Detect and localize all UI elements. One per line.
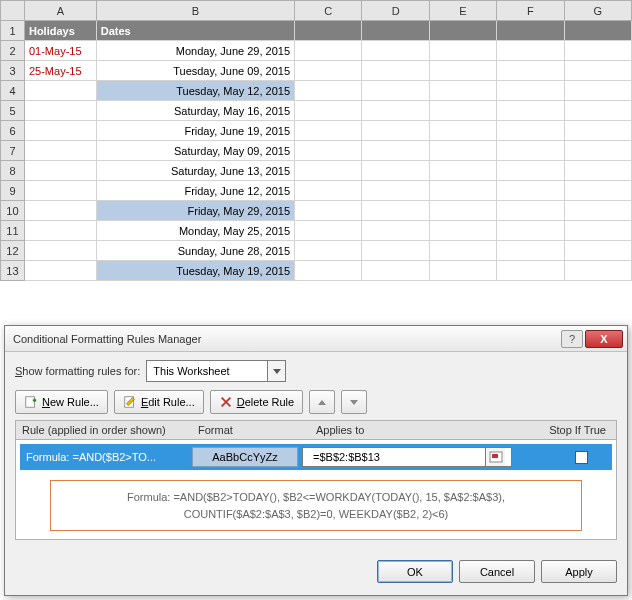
svg-rect-3 <box>492 454 498 458</box>
col-header[interactable]: E <box>429 1 496 21</box>
row-header[interactable]: 10 <box>1 201 25 221</box>
cell[interactable]: Monday, June 29, 2015 <box>96 41 294 61</box>
cell[interactable]: Friday, June 19, 2015 <box>96 121 294 141</box>
cell[interactable]: Dates <box>96 21 294 41</box>
apply-button[interactable]: Apply <box>541 560 617 583</box>
svg-rect-0 <box>26 397 35 408</box>
select-all-corner[interactable] <box>1 1 25 21</box>
scope-dropdown[interactable]: This Worksheet <box>146 360 286 382</box>
cancel-button[interactable]: Cancel <box>459 560 535 583</box>
cell[interactable]: Sunday, June 28, 2015 <box>96 241 294 261</box>
cell[interactable] <box>24 81 96 101</box>
close-button[interactable]: X <box>585 330 623 348</box>
rules-header: Rule (applied in order shown) Format App… <box>15 420 617 440</box>
col-header[interactable]: B <box>96 1 294 21</box>
col-header[interactable]: C <box>295 1 362 21</box>
row-header[interactable]: 6 <box>1 121 25 141</box>
row-header[interactable]: 3 <box>1 61 25 81</box>
row-header[interactable]: 1 <box>1 21 25 41</box>
new-rule-button[interactable]: New Rule... <box>15 390 108 414</box>
col-header[interactable]: G <box>564 1 631 21</box>
row-header[interactable]: 7 <box>1 141 25 161</box>
dialog-title: Conditional Formatting Rules Manager <box>13 333 561 345</box>
cell[interactable]: Tuesday, May 12, 2015 <box>96 81 294 101</box>
scope-value: This Worksheet <box>147 365 267 377</box>
row-header[interactable]: 12 <box>1 241 25 261</box>
row-header[interactable]: 2 <box>1 41 25 61</box>
chevron-down-icon <box>267 361 285 381</box>
applies-to-input[interactable]: =$B$2:$B$13 <box>302 447 512 467</box>
col-header[interactable]: A <box>24 1 96 21</box>
format-preview: AaBbCcYyZz <box>192 447 298 467</box>
arrow-up-icon <box>318 400 326 405</box>
cell[interactable]: Monday, May 25, 2015 <box>96 221 294 241</box>
cell[interactable]: Tuesday, June 09, 2015 <box>96 61 294 81</box>
delete-rule-button[interactable]: Delete Rule <box>210 390 304 414</box>
cell[interactable]: Saturday, May 09, 2015 <box>96 141 294 161</box>
col-header[interactable]: F <box>497 1 564 21</box>
rule-label: Formula: =AND($B2>TO... <box>20 451 188 463</box>
cell[interactable]: Saturday, June 13, 2015 <box>96 161 294 181</box>
row-header[interactable]: 4 <box>1 81 25 101</box>
ok-button[interactable]: OK <box>377 560 453 583</box>
cell[interactable]: 01-May-15 <box>24 41 96 61</box>
row-header[interactable]: 8 <box>1 161 25 181</box>
spreadsheet[interactable]: A B C D E F G 1 Holidays Dates 2 01-May-… <box>0 0 632 281</box>
move-down-button[interactable] <box>341 390 367 414</box>
help-button[interactable]: ? <box>561 330 583 348</box>
rule-row[interactable]: Formula: =AND($B2>TO... AaBbCcYyZz =$B$2… <box>20 444 612 470</box>
rules-list[interactable]: Formula: =AND($B2>TO... AaBbCcYyZz =$B$2… <box>15 440 617 540</box>
row-header[interactable]: 5 <box>1 101 25 121</box>
stop-if-true-checkbox[interactable] <box>575 451 588 464</box>
delete-icon <box>219 395 233 409</box>
cell[interactable]: Friday, June 12, 2015 <box>96 181 294 201</box>
row-header[interactable]: 9 <box>1 181 25 201</box>
edit-icon <box>123 395 137 409</box>
edit-rule-button[interactable]: Edit Rule... <box>114 390 204 414</box>
new-icon <box>24 395 38 409</box>
cell[interactable]: Holidays <box>24 21 96 41</box>
move-up-button[interactable] <box>309 390 335 414</box>
cell[interactable]: Saturday, May 16, 2015 <box>96 101 294 121</box>
conditional-formatting-dialog: Conditional Formatting Rules Manager ? X… <box>4 325 628 596</box>
formula-callout: Formula: =AND($B2>TODAY(), $B2<=WORKDAY(… <box>50 480 582 531</box>
cell[interactable]: Tuesday, May 19, 2015 <box>96 261 294 281</box>
cell[interactable]: Friday, May 29, 2015 <box>96 201 294 221</box>
cell[interactable]: 25-May-15 <box>24 61 96 81</box>
show-rules-label: Show formatting rules for: <box>15 365 140 377</box>
col-header[interactable]: D <box>362 1 429 21</box>
row-header[interactable]: 11 <box>1 221 25 241</box>
titlebar[interactable]: Conditional Formatting Rules Manager ? X <box>5 326 627 352</box>
row-header[interactable]: 13 <box>1 261 25 281</box>
arrow-down-icon <box>350 400 358 405</box>
range-selector-icon[interactable] <box>485 448 505 466</box>
